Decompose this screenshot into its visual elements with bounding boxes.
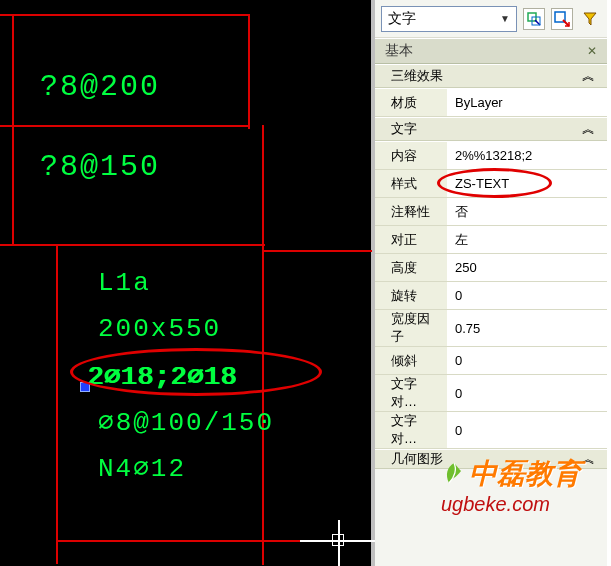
prop-label: 对正 [375, 226, 447, 254]
prop-label: 宽度因子 [375, 310, 447, 347]
prop-label: 注释性 [375, 198, 447, 226]
drawing-line [0, 244, 265, 246]
cad-text[interactable]: ?8@200 [40, 70, 160, 104]
prop-label: 样式 [375, 170, 447, 198]
prop-value-height[interactable]: 250 [447, 254, 607, 282]
selection-grip[interactable] [80, 382, 90, 392]
prop-value-content[interactable]: 2%%13218;2 [447, 142, 607, 170]
prop-value-justify[interactable]: 左 [447, 226, 607, 254]
prop-label: 高度 [375, 254, 447, 282]
object-type-dropdown[interactable]: 文字 ▼ [381, 6, 517, 32]
collapse-icon: ︽ [582, 120, 595, 138]
prop-value-aligny[interactable]: 0 [447, 412, 607, 449]
prop-value-style[interactable]: ZS-TEXT [447, 170, 607, 198]
drawing-line [0, 125, 250, 127]
section-3d-header[interactable]: 三维效果 ︽ [375, 64, 607, 88]
section-title: 几何图形 [391, 450, 443, 468]
drawing-line [262, 250, 372, 252]
cad-text[interactable]: L1a [98, 268, 151, 298]
prop-value-widthf[interactable]: 0.75 [447, 310, 607, 347]
section-title: 文字 [391, 120, 417, 138]
filter-icon[interactable] [579, 8, 601, 30]
prop-label: 文字对… [375, 375, 447, 412]
section-title: 三维效果 [391, 67, 443, 85]
prop-value-oblique[interactable]: 0 [447, 347, 607, 375]
prop-value-alignx[interactable]: 0 [447, 375, 607, 412]
prop-label: 旋转 [375, 282, 447, 310]
object-type-label: 文字 [388, 10, 416, 28]
drawing-line [12, 14, 14, 244]
prop-value-material[interactable]: ByLayer [447, 89, 607, 117]
cad-text[interactable]: ⌀8@100/150 [98, 406, 274, 438]
cad-text[interactable]: 200x550 [98, 314, 221, 344]
prop-value-rotation[interactable]: 0 [447, 282, 607, 310]
drawing-line [248, 14, 250, 129]
section-text-header[interactable]: 文字 ︽ [375, 117, 607, 141]
section-basic-header[interactable]: 基本 ✕ [375, 38, 607, 64]
cad-text[interactable]: ?8@150 [40, 150, 160, 184]
cad-text-selected[interactable]: 2⌀18;2⌀18 [88, 360, 238, 392]
expand-icon: ✕ [587, 44, 597, 58]
collapse-icon: ︽ [582, 450, 595, 468]
drawing-line [0, 14, 250, 16]
properties-panel: 文字 ▼ 基本 ✕ 三维效果 ︽ 材质 ByLayer 文字 ︽ 内容 [375, 0, 607, 566]
prop-label: 文字对… [375, 412, 447, 449]
drawing-line [56, 244, 58, 564]
cad-drawing-area[interactable]: ?8@200 ?8@150 L1a 200x550 2⌀18;2⌀18 ⌀8@1… [0, 0, 375, 566]
section-geom-header[interactable]: 几何图形 ︽ [375, 449, 607, 469]
prop-label: 材质 [375, 89, 447, 117]
cursor-pickbox [332, 534, 344, 546]
toggle-pickadd-icon[interactable] [523, 8, 545, 30]
panel-toolbar: 文字 ▼ [375, 0, 607, 38]
prop-value-annot[interactable]: 否 [447, 198, 607, 226]
quick-select-icon[interactable] [551, 8, 573, 30]
cad-text[interactable]: N4⌀12 [98, 452, 186, 484]
props-3d: 材质 ByLayer [375, 88, 607, 117]
section-title: 基本 [385, 42, 413, 60]
props-text: 内容 2%%13218;2 样式 ZS-TEXT 注释性 否 对正 左 高度 2… [375, 141, 607, 449]
chevron-down-icon: ▼ [500, 13, 510, 24]
prop-value-style-text: ZS-TEXT [455, 176, 509, 191]
drawing-line [262, 125, 264, 565]
collapse-icon: ︽ [582, 67, 595, 85]
prop-label: 倾斜 [375, 347, 447, 375]
prop-label: 内容 [375, 142, 447, 170]
